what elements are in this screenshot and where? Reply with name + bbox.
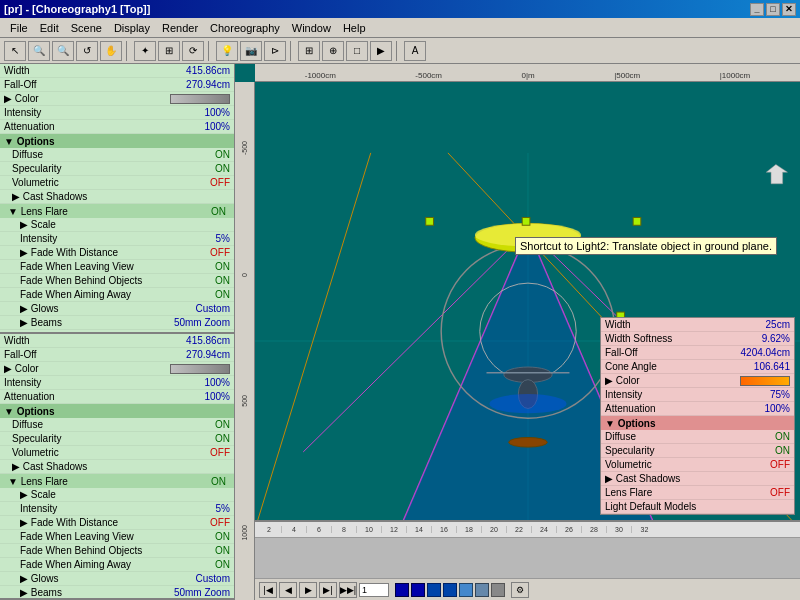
frame-input[interactable] (359, 583, 389, 597)
maximize-button[interactable]: □ (766, 3, 780, 16)
prop-intensity2-top: Intensity 5% (0, 232, 234, 246)
prop-glows-top: ▶ Glows Custom (0, 302, 234, 316)
menu-file[interactable]: File (4, 20, 34, 36)
svg-rect-15 (522, 218, 530, 226)
tooltip: Shortcut to Light2: Translate object in … (515, 237, 777, 255)
tl-mode-4[interactable] (443, 583, 457, 597)
tl-end[interactable]: ▶▶| (339, 582, 357, 598)
prop-intensity-top: Intensity 100% (0, 106, 234, 120)
tl-play[interactable]: ▶ (299, 582, 317, 598)
tool-pan[interactable]: ✋ (100, 41, 122, 61)
prop-diffuse-bot: Diffuse ON (0, 418, 234, 432)
prop-beams-bot: ▶ Beams 50mm Zoom (0, 586, 234, 600)
tool-render-btn[interactable]: ▶ (370, 41, 392, 61)
options-header-bot[interactable]: ▼ Options (0, 404, 234, 418)
minimize-button[interactable]: _ (750, 3, 764, 16)
tl-mode-2[interactable] (411, 583, 425, 597)
menu-help[interactable]: Help (337, 20, 372, 36)
menu-render[interactable]: Render (156, 20, 204, 36)
tool-grid[interactable]: ⊞ (298, 41, 320, 61)
tool-move[interactable]: ✦ (134, 41, 156, 61)
prop-fade-leaving-top: Fade When Leaving View ON (0, 260, 234, 274)
prop-volumetric-top: Volumetric OFF (0, 176, 234, 190)
prop-fade-leaving-bot: Fade When Leaving View ON (0, 530, 234, 544)
prop-color-top[interactable]: ▶ Color (0, 92, 234, 106)
tl-next[interactable]: ▶| (319, 582, 337, 598)
tl-mode-7[interactable] (491, 583, 505, 597)
top-properties-panel: Width 415.86cm Fall-Off 270.94cm ▶ Color… (0, 64, 234, 334)
timeline: 2 4 6 8 10 12 14 16 18 20 22 24 26 28 (255, 520, 800, 600)
fp-cast-shadows[interactable]: ▶ Cast Shadows (601, 472, 794, 486)
menu-scene[interactable]: Scene (65, 20, 108, 36)
svg-point-23 (489, 394, 566, 413)
lens-flare-header-top[interactable]: ▼ Lens Flare ON (0, 204, 234, 218)
tl-mode-3[interactable] (427, 583, 441, 597)
fp-light-default: Light Default Models (601, 500, 794, 514)
left-panel: Width 415.86cm Fall-Off 270.94cm ▶ Color… (0, 64, 235, 600)
sep3 (290, 41, 294, 61)
prop-scale-top[interactable]: ▶ Scale (0, 218, 234, 232)
fp-cone-angle: Cone Angle 106.641 (601, 360, 794, 374)
ruler-left: -500 0 500 1000 (235, 82, 255, 600)
prop-scale-bot[interactable]: ▶ Scale (0, 488, 234, 502)
tl-prev[interactable]: ◀ (279, 582, 297, 598)
tool-text[interactable]: A (404, 41, 426, 61)
tool-rotate[interactable]: ↺ (76, 41, 98, 61)
menu-edit[interactable]: Edit (34, 20, 65, 36)
prop-volumetric-bot: Volumetric OFF (0, 446, 234, 460)
prop-intensity-bot: Intensity 100% (0, 376, 234, 390)
title-text: [pr] - [Choreography1 [Top]] (4, 3, 150, 15)
menu-bar: File Edit Scene Display Render Choreogra… (0, 18, 800, 38)
prop-falloff-top: Fall-Off 270.94cm (0, 78, 234, 92)
fp-specularity: Specularity ON (601, 444, 794, 458)
prop-fade-aiming-bot: Fade When Aiming Away ON (0, 558, 234, 572)
tl-mode-1[interactable] (395, 583, 409, 597)
tl-rewind[interactable]: |◀ (259, 582, 277, 598)
tl-settings[interactable]: ⚙ (511, 582, 529, 598)
fp-lens-flare: Lens Flare OFF (601, 486, 794, 500)
tl-mode-6[interactable] (475, 583, 489, 597)
toolbar: ↖ 🔍 🔍 ↺ ✋ ✦ ⊞ ⟳ 💡 📷 ⊳ ⊞ ⊕ □ ▶ A (0, 38, 800, 64)
tl-mode-5[interactable] (459, 583, 473, 597)
prop-fade-behind-top: Fade When Behind Objects ON (0, 274, 234, 288)
sep1 (126, 41, 130, 61)
sep4 (396, 41, 400, 61)
close-button[interactable]: ✕ (782, 3, 796, 16)
tool-bone[interactable]: ⊳ (264, 41, 286, 61)
tool-scale[interactable]: ⊞ (158, 41, 180, 61)
prop-diffuse-top: Diffuse ON (0, 148, 234, 162)
prop-fade-dist-bot: ▶ Fade With Distance OFF (0, 516, 234, 530)
fp-color[interactable]: ▶ Color (601, 374, 794, 388)
fp-intensity: Intensity 75% (601, 388, 794, 402)
tool-zoom-out[interactable]: 🔍 (52, 41, 74, 61)
menu-choreography[interactable]: Choreography (204, 20, 286, 36)
timeline-ruler: 2 4 6 8 10 12 14 16 18 20 22 24 26 28 (255, 522, 800, 538)
tl-mode-buttons (395, 583, 505, 597)
color-swatch-top (170, 94, 230, 104)
options-header-top[interactable]: ▼ Options (0, 134, 234, 148)
tool-wire[interactable]: □ (346, 41, 368, 61)
tool-rotate2[interactable]: ⟳ (182, 41, 204, 61)
prop-glows-bot: ▶ Glows Custom (0, 572, 234, 586)
timeline-track[interactable] (255, 538, 800, 578)
tool-select[interactable]: ↖ (4, 41, 26, 61)
tool-camera[interactable]: 📷 (240, 41, 262, 61)
tool-zoom-in[interactable]: 🔍 (28, 41, 50, 61)
prop-cast-shadows-top[interactable]: ▶ Cast Shadows (0, 190, 234, 204)
tool-light[interactable]: 💡 (216, 41, 238, 61)
prop-cast-shadows-bot[interactable]: ▶ Cast Shadows (0, 460, 234, 474)
svg-rect-16 (633, 218, 641, 226)
prop-falloff-bot: Fall-Off 270.94cm (0, 348, 234, 362)
lens-flare-header-bot[interactable]: ▼ Lens Flare ON (0, 474, 234, 488)
prop-intensity2-bot: Intensity 5% (0, 502, 234, 516)
tool-snap[interactable]: ⊕ (322, 41, 344, 61)
menu-window[interactable]: Window (286, 20, 337, 36)
floating-panel: Width 25cm Width Softness 9.62% Fall-Off… (600, 317, 795, 515)
fp-options-header[interactable]: ▼ Options (601, 416, 794, 430)
prop-color-bot[interactable]: ▶ Color (0, 362, 234, 376)
prop-specularity-bot: Specularity ON (0, 432, 234, 446)
fp-width: Width 25cm (601, 318, 794, 332)
menu-display[interactable]: Display (108, 20, 156, 36)
prop-fade-dist-top: ▶ Fade With Distance OFF (0, 246, 234, 260)
fp-falloff: Fall-Off 4204.04cm (601, 346, 794, 360)
